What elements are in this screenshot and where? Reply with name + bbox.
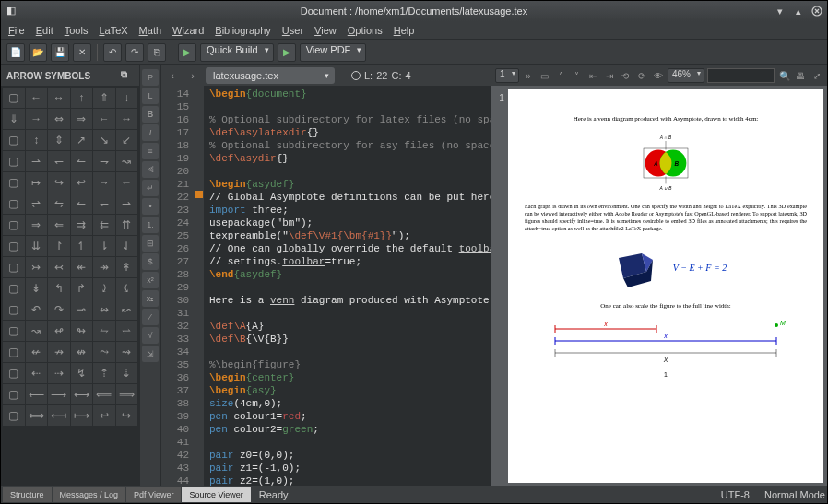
symbol-cell[interactable]: ↯ [71, 363, 93, 383]
code-editor[interactable]: 1415161718192021222324252627282930313233… [161, 86, 491, 486]
symbol-cell[interactable]: ▢ [3, 257, 25, 277]
symbol-cell[interactable]: ↟ [116, 257, 138, 277]
symbol-cell[interactable]: ↑ [71, 88, 93, 108]
side-ref-button[interactable]: ⇲ [142, 346, 159, 362]
fold-marker-icon[interactable] [195, 191, 203, 198]
side-desc-button[interactable]: ⊟ [142, 235, 159, 252]
symbol-cell[interactable]: ⇃ [116, 236, 138, 256]
panel-detach-icon[interactable]: ⧉ [121, 69, 134, 82]
symbol-cell[interactable]: ⇇ [93, 215, 115, 235]
symbol-cell[interactable]: ⇝ [116, 342, 138, 362]
preview-find-icon[interactable]: 🔍 [777, 68, 791, 83]
side-center-button[interactable]: ≡ [142, 143, 159, 159]
symbol-cell[interactable]: ▢ [3, 88, 25, 108]
symbol-cell[interactable]: ⇁ [93, 151, 115, 171]
symbol-cell[interactable]: ↭ [93, 299, 115, 320]
symbol-cell[interactable]: ↓ [116, 88, 138, 108]
side-italic-button[interactable]: I [142, 124, 159, 141]
new-file-button[interactable]: 📄 [6, 43, 25, 62]
symbol-cell[interactable]: ▢ [3, 172, 25, 193]
symbol-cell[interactable]: ↞ [71, 257, 93, 277]
tab-messages[interactable]: Messages / Log [53, 487, 126, 502]
menu-user[interactable]: User [282, 25, 303, 36]
preview-zoom-select[interactable]: 46% [668, 68, 704, 83]
symbol-cell[interactable]: ⟺ [26, 405, 48, 426]
tab-next-button[interactable]: › [185, 68, 200, 83]
tab-structure[interactable]: Structure [3, 487, 52, 502]
side-label-button[interactable]: L [142, 88, 159, 104]
preview-first-icon[interactable]: ⇤ [586, 68, 600, 83]
symbol-cell[interactable]: ← [93, 109, 115, 129]
symbol-cell[interactable]: ↱ [71, 278, 93, 299]
symbol-cell[interactable]: ↽ [48, 151, 70, 171]
menu-file[interactable]: File [8, 25, 25, 36]
symbol-cell[interactable]: ⇑ [93, 88, 115, 108]
app-menu-icon[interactable]: ◧ [6, 5, 19, 18]
symbol-cell[interactable]: ⊸ [71, 299, 93, 320]
close-file-button[interactable]: ✕ [73, 43, 91, 62]
symbol-cell[interactable]: ⇋ [48, 193, 70, 214]
preview-print-icon[interactable]: 🖶 [794, 68, 808, 83]
symbol-cell[interactable]: ↠ [93, 257, 115, 277]
symbol-cell[interactable]: ▢ [3, 299, 25, 320]
symbol-cell[interactable]: → [93, 172, 115, 193]
side-item-button[interactable]: • [142, 198, 159, 215]
symbol-cell[interactable]: ↪ [48, 172, 70, 193]
symbol-cell[interactable]: ↷ [48, 299, 70, 320]
symbol-cell[interactable]: ← [26, 88, 48, 108]
symbol-cell[interactable]: ↚ [26, 342, 48, 362]
symbol-cell[interactable]: ⟻ [48, 405, 70, 426]
symbol-cell[interactable]: ↩ [71, 172, 93, 193]
symbol-cell[interactable]: ⤸ [93, 278, 115, 299]
symbol-cell[interactable]: ⇉ [71, 215, 93, 235]
menu-latex[interactable]: LaTeX [99, 25, 127, 36]
preview-external-icon[interactable]: ⤢ [810, 68, 823, 83]
side-newline-button[interactable]: ↵ [142, 180, 159, 196]
symbol-cell[interactable]: ▢ [3, 236, 25, 256]
undo-button[interactable]: ↶ [103, 43, 122, 62]
symbol-cell[interactable]: → [26, 109, 48, 129]
symbol-cell[interactable]: ↦ [26, 172, 48, 193]
symbol-cell[interactable]: ↝ [116, 151, 138, 171]
preview-expand-icon[interactable]: » [522, 68, 536, 83]
symbol-cell[interactable]: ⇒ [71, 109, 93, 129]
minimize-icon[interactable]: ▾ [774, 5, 787, 18]
preview-search-input[interactable] [707, 68, 775, 83]
symbol-cell[interactable]: ⇡ [93, 363, 115, 383]
preview-fit-icon[interactable]: ▭ [538, 68, 551, 83]
symbol-cell[interactable]: ⇔ [48, 109, 70, 129]
symbol-cell[interactable]: ↗ [71, 130, 93, 150]
symbol-cell[interactable]: ↼ [71, 151, 93, 171]
side-math-button[interactable]: $ [142, 253, 159, 270]
symbol-cell[interactable]: ⇀ [116, 193, 138, 214]
symbol-cell[interactable]: ⟶ [48, 384, 70, 404]
symbol-cell[interactable]: ▢ [3, 342, 25, 362]
tab-prev-button[interactable]: ‹ [165, 68, 180, 83]
symbol-cell[interactable]: ▢ [3, 405, 25, 426]
side-frac-button[interactable]: ⁄ [142, 309, 159, 325]
symbol-cell[interactable]: ▢ [3, 278, 25, 299]
symbol-cell[interactable]: ↢ [48, 257, 70, 277]
pdf-page[interactable]: Here is a venn diagram produced with Asy… [508, 89, 823, 483]
save-button[interactable]: 💾 [51, 43, 69, 62]
symbol-cell[interactable]: ▢ [3, 363, 25, 383]
open-file-button[interactable]: 📂 [29, 43, 47, 62]
symbol-cell[interactable]: ▢ [3, 321, 25, 341]
symbol-cell[interactable]: ↮ [71, 342, 93, 362]
symbol-cell[interactable]: ↙ [116, 130, 138, 150]
menu-tools[interactable]: Tools [65, 25, 89, 36]
side-sub-button[interactable]: x₂ [142, 290, 159, 307]
symbol-cell[interactable]: ↪ [116, 405, 138, 426]
preview-back-icon[interactable]: ⟲ [619, 68, 633, 83]
symbol-cell[interactable]: ⇂ [93, 236, 115, 256]
symbol-cell[interactable]: ↛ [48, 342, 70, 362]
preview-up-icon[interactable]: ˄ [554, 68, 568, 83]
symbol-cell[interactable]: ⟷ [71, 384, 93, 404]
symbol-cell[interactable]: ⤳ [93, 342, 115, 362]
symbol-cell[interactable]: ↜ [116, 299, 138, 320]
menu-bibliography[interactable]: Bibliography [215, 25, 271, 36]
symbol-cell[interactable]: ⟵ [26, 384, 48, 404]
tab-sourceviewer[interactable]: Source Viewer [182, 487, 250, 502]
menu-wizard[interactable]: Wizard [172, 25, 204, 36]
redo-button[interactable]: ↷ [125, 43, 144, 62]
